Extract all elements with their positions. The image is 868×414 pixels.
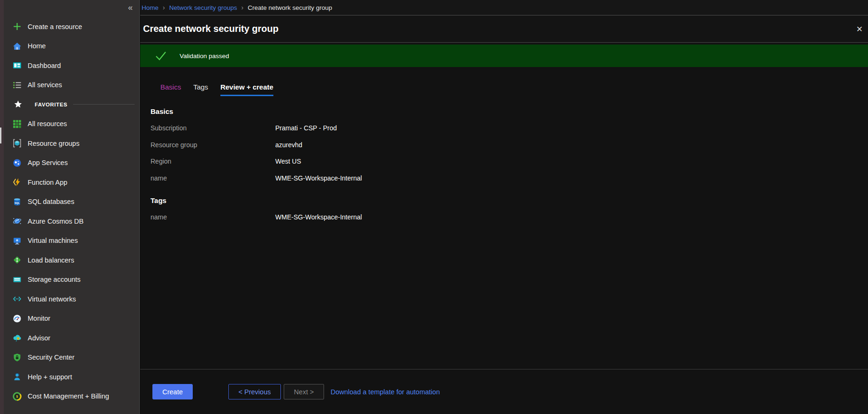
create-button[interactable]: Create — [152, 384, 193, 399]
review-row-region: RegionWest US — [151, 158, 868, 174]
sidebar-item-resource-groups[interactable]: Resource groups — [0, 134, 139, 153]
sidebar-item-function-app[interactable]: Function App — [0, 173, 139, 192]
tab-bar: BasicsTagsReview + create — [140, 67, 868, 96]
sidebar-item-label: Storage accounts — [28, 276, 81, 283]
sidebar-item-home[interactable]: Home — [0, 37, 139, 56]
row-value: Pramati - CSP - Prod — [275, 124, 337, 132]
row-label: Region — [151, 158, 275, 165]
favorites-label: FAVORITES — [35, 102, 68, 107]
sidebar-item-label: All services — [28, 81, 62, 89]
help-support-icon — [12, 372, 22, 382]
close-icon[interactable]: ✕ — [856, 24, 863, 34]
previous-button[interactable]: < Previous — [228, 384, 281, 399]
sidebar-nav-top: Create a resourceHomeDashboardAll servic… — [0, 17, 139, 95]
sidebar-item-label: Virtual networks — [28, 295, 76, 303]
sidebar-item-monitor[interactable]: Monitor — [0, 309, 139, 329]
sidebar-item-label: Resource groups — [28, 140, 79, 147]
load-balancers-icon — [12, 256, 22, 265]
tab-review-create[interactable]: Review + create — [220, 83, 273, 96]
sidebar-item-label: All resources — [28, 120, 67, 128]
breadcrumb-item-network-security-groups[interactable]: Network security groups — [169, 4, 237, 11]
section-heading: Basics — [151, 107, 868, 117]
review-row-name: nameWME-SG-Workspace-Internal — [151, 174, 868, 191]
review-row-resource-group: Resource groupazurevhd — [151, 141, 868, 158]
sidebar-item-label: App Services — [28, 159, 68, 166]
sidebar-nav: Create a resourceHomeDashboardAll servic… — [0, 17, 139, 406]
review-row-name: nameWME-SG-Workspace-Internal — [151, 213, 868, 230]
sidebar-item-label: Azure Cosmos DB — [28, 218, 83, 225]
row-value: West US — [275, 158, 301, 165]
sidebar-item-load-balancers[interactable]: Load balancers — [0, 250, 139, 270]
sidebar-item-sql-databases[interactable]: SQLSQL databases — [0, 192, 139, 212]
tab-tags[interactable]: Tags — [193, 83, 208, 96]
resource-groups-icon — [12, 139, 22, 148]
sidebar-item-security-center[interactable]: Security Center — [0, 348, 139, 368]
sidebar-item-all-services[interactable]: All services — [0, 75, 139, 95]
security-center-icon — [12, 353, 22, 362]
check-icon — [155, 51, 166, 61]
tab-basics[interactable]: Basics — [160, 83, 181, 96]
sidebar-item-virtual-networks[interactable]: Virtual networks — [0, 289, 139, 309]
sidebar-collapse-icon[interactable]: « — [128, 3, 133, 12]
star-icon — [13, 100, 23, 109]
sidebar-item-label: Cost Management + Billing — [28, 392, 109, 400]
sidebar-item-label: Create a resource — [28, 23, 82, 30]
sidebar: « Create a resourceHomeDashboardAll serv… — [0, 0, 140, 414]
breadcrumb: Home›Network security groups›Create netw… — [140, 0, 868, 15]
home-icon — [12, 41, 22, 51]
sidebar-item-label: Home — [28, 42, 46, 50]
sql-databases-icon: SQL — [12, 197, 22, 206]
sidebar-item-label: Function App — [28, 179, 68, 186]
breadcrumb-separator-icon: › — [242, 4, 244, 11]
title-bar: Create network security group ✕ — [140, 15, 868, 43]
footer-bar: Create < Previous Next > Download a temp… — [140, 369, 868, 414]
all-services-icon — [12, 80, 22, 90]
section-heading: Tags — [151, 196, 868, 206]
sidebar-item-label: Load balancers — [28, 256, 74, 264]
section-basics: BasicsSubscriptionPramati - CSP - ProdRe… — [151, 107, 868, 191]
virtual-machines-icon — [12, 236, 22, 245]
breadcrumb-separator-icon: › — [163, 4, 165, 11]
monitor-icon — [12, 314, 22, 323]
sidebar-item-azure-cosmos-db[interactable]: Azure Cosmos DB — [0, 211, 139, 231]
next-button[interactable]: Next > — [284, 384, 324, 399]
all-resources-icon — [12, 119, 22, 128]
row-value: azurevhd — [275, 141, 302, 149]
favorites-divider — [73, 104, 135, 105]
section-tags: TagsnameWME-SG-Workspace-Internal — [151, 196, 868, 230]
validation-banner: Validation passed — [140, 45, 868, 67]
review-sections: BasicsSubscriptionPramati - CSP - ProdRe… — [140, 107, 868, 230]
sidebar-item-label: Monitor — [28, 315, 50, 322]
sidebar-item-all-resources[interactable]: All resources — [0, 114, 139, 134]
row-value: WME-SG-Workspace-Internal — [275, 213, 362, 221]
svg-text:SQL: SQL — [15, 202, 20, 204]
advisor-icon — [12, 333, 22, 343]
row-value: WME-SG-Workspace-Internal — [275, 174, 362, 182]
sidebar-item-create-a-resource[interactable]: Create a resource — [0, 17, 139, 37]
virtual-networks-icon — [12, 294, 22, 304]
cosmos-db-icon — [12, 217, 22, 226]
plus-icon — [12, 22, 22, 31]
sidebar-item-label: Virtual machines — [28, 237, 78, 244]
download-template-link[interactable]: Download a template for automation — [331, 388, 440, 396]
breadcrumb-item-home[interactable]: Home — [142, 4, 159, 11]
row-label: name — [151, 174, 275, 182]
sidebar-favorites-header: FAVORITES — [0, 95, 139, 114]
sidebar-item-label: Dashboard — [28, 62, 61, 69]
sidebar-item-app-services[interactable]: App Services — [0, 153, 139, 173]
sidebar-item-help-support[interactable]: Help + support — [0, 367, 139, 387]
sidebar-item-label: Security Center — [28, 354, 75, 361]
sidebar-item-storage-accounts[interactable]: Storage accounts — [0, 270, 139, 290]
svg-text:$: $ — [16, 395, 18, 399]
storage-accounts-icon — [12, 275, 22, 284]
sidebar-item-virtual-machines[interactable]: Virtual machines — [0, 231, 139, 251]
validation-banner-text: Validation passed — [180, 53, 229, 60]
sidebar-item-cost-management-billing[interactable]: $Cost Management + Billing — [0, 387, 139, 406]
row-label: Resource group — [151, 141, 275, 149]
cost-management-icon: $ — [12, 391, 22, 401]
sidebar-item-label: Advisor — [28, 334, 50, 342]
row-label: name — [151, 213, 275, 221]
sidebar-item-dashboard[interactable]: Dashboard — [0, 56, 139, 75]
sidebar-item-advisor[interactable]: Advisor — [0, 328, 139, 348]
sidebar-item-label: Help + support — [28, 373, 72, 381]
